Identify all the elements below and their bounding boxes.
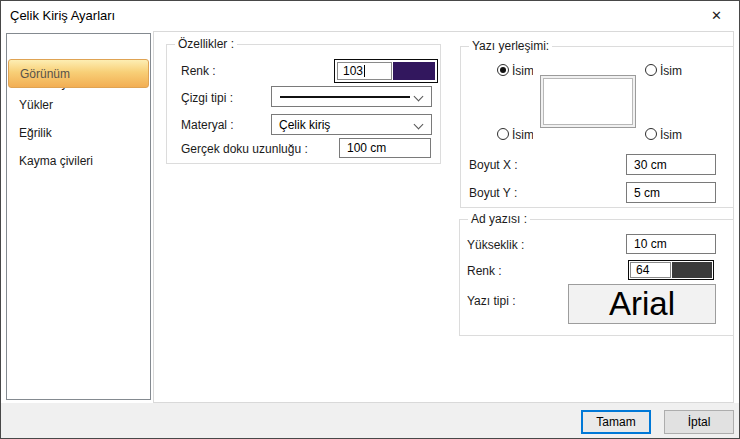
cancel-button[interactable]: İptal — [664, 410, 734, 434]
boyut-y-label: Boyut Y : — [469, 186, 517, 200]
renk-color-picker[interactable]: 103 — [334, 59, 438, 83]
sidebar-item-yukler[interactable]: Yükler — [8, 92, 149, 118]
radio-label-top-left: İsim — [512, 64, 533, 78]
materyal-label: Materyal : — [181, 118, 234, 132]
sidebar-item-label: Yükler — [19, 98, 53, 112]
label-position-preview-box — [540, 75, 636, 128]
yazi-tipi-label: Yazı tipi : — [467, 294, 515, 308]
boyut-x-input[interactable] — [626, 154, 716, 175]
renk-color-swatch[interactable] — [393, 62, 435, 80]
renk-value-field[interactable]: 103 — [337, 62, 392, 80]
ad-renk-color-swatch[interactable] — [672, 262, 712, 278]
boyut-x-label: Boyut X : — [469, 158, 518, 172]
sidebar-item-egrilik[interactable]: Eğrilik — [8, 120, 149, 146]
chevron-down-icon — [414, 120, 424, 130]
cizgi-tipi-dropdown[interactable] — [271, 86, 432, 107]
ad-renk-color-picker[interactable]: 64 — [628, 260, 714, 280]
text-caret — [364, 65, 365, 77]
gercek-doku-label: Gerçek doku uzunluğu : — [181, 142, 308, 156]
materyal-dropdown[interactable]: Çelik kiriş — [271, 114, 432, 135]
boyut-y-input[interactable] — [626, 182, 716, 203]
sidebar-item-label: Kayma çivileri — [19, 154, 93, 168]
radio-label-top-right: İsim — [660, 64, 682, 78]
sidebar-item-gorunum[interactable]: Görünüm — [8, 59, 149, 88]
gercek-doku-input[interactable] — [339, 138, 431, 158]
group-ad-yazisi-legend: Ad yazısı : — [468, 212, 530, 226]
ad-renk-label: Renk : — [467, 264, 502, 278]
radio-label-bottom-left: İsim — [512, 128, 533, 142]
sidebar-item-label: Görünüm — [20, 67, 70, 81]
renk-label: Renk : — [181, 64, 216, 78]
dialog-celik-kiris-ayarlari: Çelik Kiriş Ayarları ✕ Genel Ayarlar Gör… — [0, 0, 740, 439]
sidebar-item-label: Eğrilik — [19, 126, 52, 140]
radio-position-top-left[interactable] — [497, 64, 509, 76]
sidebar-category-list: Genel Ayarlar Görünüm Yükler Eğrilik Kay… — [6, 33, 151, 400]
radio-position-bottom-right[interactable] — [645, 128, 657, 140]
sidebar-item-kayma-civileri[interactable]: Kayma çivileri — [8, 148, 149, 174]
radio-position-top-right[interactable] — [645, 64, 657, 76]
titlebar: Çelik Kiriş Ayarları ✕ — [1, 1, 739, 31]
font-select-button[interactable]: Arial — [568, 284, 716, 324]
ok-button[interactable]: Tamam — [581, 410, 651, 434]
close-icon[interactable]: ✕ — [694, 1, 739, 30]
radio-label-bottom-right: İsim — [660, 128, 682, 142]
yukseklik-label: Yükseklik : — [467, 238, 524, 252]
line-style-preview — [280, 96, 410, 98]
group-ozellikler-legend: Özellikler : — [175, 37, 237, 51]
chevron-down-icon — [414, 92, 424, 102]
dialog-title: Çelik Kiriş Ayarları — [10, 8, 115, 23]
group-yazi-yerlesimi-legend: Yazı yerleşimi: — [469, 39, 552, 53]
materyal-selected-value: Çelik kiriş — [272, 118, 330, 132]
yukseklik-input[interactable] — [626, 234, 716, 254]
cizgi-tipi-label: Çizgi tipi : — [181, 91, 233, 105]
radio-position-bottom-left[interactable] — [497, 128, 509, 140]
ad-renk-value-field[interactable]: 64 — [630, 262, 671, 278]
